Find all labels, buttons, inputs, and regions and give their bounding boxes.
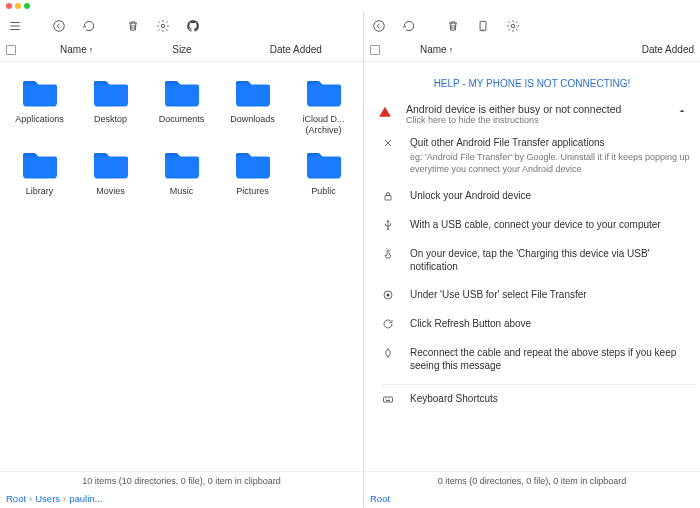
svg-rect-9 [386, 350, 390, 356]
svg-rect-10 [384, 397, 393, 402]
folder-item[interactable]: Public [288, 142, 359, 203]
svg-rect-5 [385, 195, 391, 200]
toolbar-right [364, 12, 700, 40]
folder-icon [89, 148, 133, 182]
back-button[interactable] [50, 17, 68, 35]
folder-item[interactable]: Music [146, 142, 217, 203]
col-date[interactable]: Date Added [235, 44, 357, 55]
alert-header[interactable]: Android device is either busy or not con… [368, 99, 696, 129]
refresh-icon [382, 317, 396, 332]
github-icon[interactable] [184, 17, 202, 35]
folder-label: Movies [96, 186, 125, 197]
status-left: 10 items (10 directories, 0 file), 0 ite… [0, 471, 363, 490]
minimize-window-button[interactable] [15, 3, 21, 9]
folder-icon [302, 148, 346, 182]
keyboard-icon [382, 392, 396, 407]
col-name[interactable]: Name↑ [388, 44, 485, 55]
zoom-window-button[interactable] [24, 3, 30, 9]
folder-label: iCloud D... (Archive) [290, 114, 357, 136]
folder-icon [231, 148, 275, 182]
folder-icon [160, 148, 204, 182]
svg-point-0 [54, 21, 65, 32]
settings-button[interactable] [504, 17, 522, 35]
breadcrumb-segment[interactable]: paulin... [69, 493, 102, 504]
select-all-checkbox[interactable] [6, 45, 16, 55]
warning-icon [378, 103, 394, 121]
tap-icon [382, 247, 396, 262]
instruction-step: Unlock your Android device [368, 182, 696, 211]
breadcrumb-left[interactable]: Root›Users›paulin... [0, 490, 363, 508]
help-link[interactable]: HELP - MY PHONE IS NOT CONNECTING! [368, 68, 696, 99]
svg-point-4 [511, 24, 515, 28]
instruction-step: On your device, tap the 'Charging this d… [368, 240, 696, 281]
step-text: Click Refresh Button above [410, 317, 690, 331]
folder-label: Downloads [230, 114, 275, 125]
step-text: Reconnect the cable and repeat the above… [410, 346, 690, 373]
column-header-left: Name↑ Size Date Added [0, 40, 363, 62]
folder-icon [18, 76, 62, 110]
radio-icon [382, 288, 396, 303]
breadcrumb-right[interactable]: Root [364, 490, 700, 508]
close-window-button[interactable] [6, 3, 12, 9]
folder-item[interactable]: Desktop [75, 70, 146, 142]
keyboard-shortcuts-row[interactable]: Keyboard Shortcuts [368, 385, 696, 414]
folder-icon [89, 76, 133, 110]
pane-device: Name↑ Date Added HELP - MY PHONE IS NOT … [364, 12, 700, 508]
titlebar [0, 0, 700, 12]
folder-icon [302, 76, 346, 110]
instruction-step: Quit other Android File Transfer applica… [368, 129, 696, 182]
folder-item[interactable]: Movies [75, 142, 146, 203]
instruction-step: Reconnect the cable and repeat the above… [368, 339, 696, 380]
storage-button[interactable] [474, 17, 492, 35]
col-size[interactable]: Size [129, 44, 234, 55]
pane-local: Name↑ Size Date Added Applications Deskt… [0, 12, 364, 508]
refresh-button[interactable] [80, 17, 98, 35]
folder-icon [231, 76, 275, 110]
col-date[interactable]: Date Added [485, 44, 694, 55]
folder-label: Documents [159, 114, 205, 125]
alert-title: Android device is either busy or not con… [406, 103, 664, 115]
folder-label: Music [170, 186, 194, 197]
instruction-step: With a USB cable, connect your device to… [368, 211, 696, 240]
folder-item[interactable]: Pictures [217, 142, 288, 203]
folder-label: Public [311, 186, 336, 197]
refresh-button[interactable] [400, 17, 418, 35]
menu-button[interactable] [6, 17, 24, 35]
breadcrumb-segment[interactable]: Root [6, 493, 26, 504]
folder-label: Library [26, 186, 54, 197]
breadcrumb-segment[interactable]: Users [35, 493, 60, 504]
close-icon [382, 136, 396, 151]
delete-button[interactable] [124, 17, 142, 35]
back-button[interactable] [370, 17, 388, 35]
status-right: 0 items (0 directories, 0 file), 0 item … [364, 471, 700, 490]
lock-icon [382, 189, 396, 204]
settings-button[interactable] [154, 17, 172, 35]
folder-item[interactable]: Downloads [217, 70, 288, 142]
svg-point-6 [387, 228, 389, 230]
select-all-checkbox[interactable] [370, 45, 380, 55]
step-text: Unlock your Android device [410, 189, 690, 203]
alert-subtitle: Click here to hide the instructions [406, 115, 664, 125]
instruction-step: Under 'Use USB for' select File Transfer [368, 281, 696, 310]
folder-label: Pictures [236, 186, 269, 197]
svg-point-2 [374, 21, 385, 32]
folder-item[interactable]: Library [4, 142, 75, 203]
folder-item[interactable]: Documents [146, 70, 217, 142]
instructions-panel: HELP - MY PHONE IS NOT CONNECTING! Andro… [364, 62, 700, 471]
step-text: On your device, tap the 'Charging this d… [410, 247, 690, 274]
step-text: Quit other Android File Transfer applica… [410, 136, 690, 175]
chevron-up-icon [676, 103, 690, 119]
breadcrumb-segment[interactable]: Root [370, 493, 390, 504]
folder-label: Desktop [94, 114, 127, 125]
svg-point-8 [387, 293, 390, 296]
instruction-step: Click Refresh Button above [368, 310, 696, 339]
step-text: With a USB cable, connect your device to… [410, 218, 690, 232]
folder-item[interactable]: Applications [4, 70, 75, 142]
folder-item[interactable]: iCloud D... (Archive) [288, 70, 359, 142]
delete-button[interactable] [444, 17, 462, 35]
col-name[interactable]: Name↑ [24, 44, 129, 55]
toolbar-left [0, 12, 363, 40]
svg-point-1 [161, 24, 165, 28]
watch-icon [382, 346, 396, 361]
folder-grid: Applications Desktop Documents Downloads… [0, 62, 363, 471]
